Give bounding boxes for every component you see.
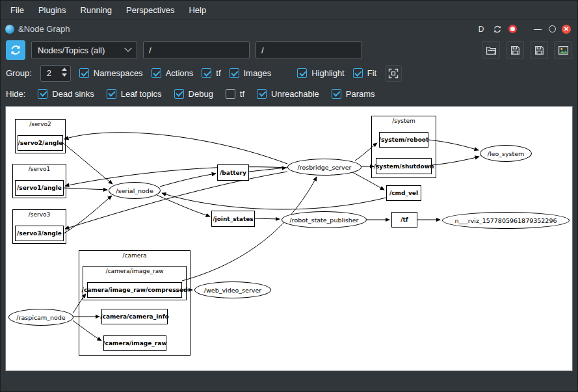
edge-/battery-to-/rosbridge_server <box>249 168 286 172</box>
checked-icon[interactable] <box>230 68 239 78</box>
checkbox-label: Highlight <box>311 68 345 78</box>
checkbox-label: Dead sinks <box>52 89 94 99</box>
checkbox-label: tf <box>216 68 220 78</box>
unchecked-icon[interactable] <box>226 89 235 99</box>
graph-type-value: Nodes/Topics (all) <box>38 46 105 55</box>
checkbox-label: Fit <box>367 68 376 78</box>
rosnode-/web_video_server[interactable]: /web_video_server <box>194 281 271 298</box>
edge-/joint_states-to-/robot_state_publisher <box>255 218 280 219</box>
filter-input-2[interactable] <box>256 41 362 59</box>
checkbox-fit[interactable]: Fit <box>353 68 376 78</box>
close-button[interactable]: ✕ <box>562 25 571 34</box>
topic-/cmd_vel[interactable]: /cmd_vel <box>386 185 421 201</box>
edge-/rosbridge_server-to-/cmd_vel <box>352 172 384 190</box>
checkbox-dead-sinks[interactable]: Dead sinks <box>38 89 94 99</box>
checkbox-actions[interactable]: Actions <box>151 68 194 78</box>
edge-/rosbridge_server-to-/servo2/angle <box>64 133 287 164</box>
checkbox-label: tf <box>240 89 244 99</box>
save-as-icon <box>534 45 545 56</box>
fit-in-view-button[interactable] <box>385 65 402 82</box>
checked-icon[interactable] <box>257 89 267 99</box>
checked-icon[interactable] <box>38 89 47 99</box>
checkbox-unreachable[interactable]: Unreachable <box>257 89 319 99</box>
edge-/serial_node-to-/joint_states <box>157 195 210 216</box>
checkbox-label: Namespaces <box>94 68 143 78</box>
rosnode-/leo_system[interactable]: /leo_system <box>480 145 532 162</box>
fit-in-view-icon <box>388 68 399 79</box>
group-spinner[interactable]: 2 <box>40 65 71 82</box>
checkbox-tf[interactable]: tf <box>202 68 220 78</box>
checked-icon[interactable] <box>353 68 363 78</box>
checkbox-highlight[interactable]: Highlight <box>297 68 345 78</box>
status-bar <box>1 371 577 385</box>
checked-icon[interactable] <box>174 89 184 99</box>
topic-/system/reboot[interactable]: /system/reboot <box>379 132 428 148</box>
menu-file[interactable]: File <box>3 2 31 18</box>
save-icon <box>510 45 521 56</box>
rosnode-/rosbridge_server[interactable]: /rosbridge_server <box>287 159 361 176</box>
save-dot-button[interactable] <box>506 41 524 59</box>
group-label: Group: <box>6 68 32 78</box>
checkbox-label: Unreachable <box>271 89 319 99</box>
edge-layer <box>6 107 572 371</box>
menu-help[interactable]: Help <box>181 2 213 18</box>
dock-buttons: D — ✕ <box>476 24 571 34</box>
spinner-arrows-icon[interactable] <box>62 68 67 77</box>
topic-/battery[interactable]: /battery <box>217 164 249 181</box>
restore-button[interactable] <box>549 25 556 33</box>
checkbox-namespaces[interactable]: Namespaces <box>79 68 143 78</box>
rosnode-/serial_node[interactable]: /serial_node <box>109 182 161 199</box>
topic-/tf[interactable]: /tf <box>391 212 417 228</box>
topic-/servo1/angle[interactable]: /servo1/angle <box>15 180 64 196</box>
save-image-button[interactable] <box>554 41 572 59</box>
topic-/camera/image_raw/compressed[interactable]: /camera/image_raw/compressed <box>87 282 182 298</box>
folder-open-icon <box>486 45 497 56</box>
graph-canvas[interactable]: /servo2/servo1/servo3/system/camera/came… <box>5 106 573 371</box>
menu-perspectives[interactable]: Perspectives <box>119 2 181 18</box>
graph-type-select[interactable]: Nodes/Topics (all) <box>31 41 137 59</box>
checkbox-debug[interactable]: Debug <box>174 89 213 99</box>
rosnode-n___rviz_1577805961879352296[interactable]: n___rviz_1577805961879352296 <box>442 212 570 229</box>
edge-/system/shutdown-to-/leo_system <box>432 157 479 165</box>
edge-/camera/image_raw/compressed-to-/rosbridge_server <box>182 177 317 281</box>
checkbox-label: Actions <box>166 68 194 78</box>
topic-/camera/camera_info[interactable]: /camera/camera_info <box>101 309 168 324</box>
checked-icon[interactable] <box>107 89 116 99</box>
detach-button[interactable]: D <box>476 24 486 34</box>
load-dot-button[interactable] <box>482 41 500 59</box>
dock-titlebar: &Node Graph D — ✕ <box>1 20 577 38</box>
edge-/rosbridge_server-to-/system/reboot <box>355 143 377 161</box>
reload-plugin-icon[interactable] <box>492 24 503 34</box>
checkbox-tf[interactable]: tf <box>226 89 244 99</box>
edge-/servo2/angle-to-/serial_node <box>63 143 112 184</box>
topic-/servo3/angle[interactable]: /servo3/angle <box>15 226 64 241</box>
topic-/joint_states[interactable]: /joint_states <box>211 211 255 227</box>
checkbox-params[interactable]: Params <box>332 89 375 99</box>
checked-icon[interactable] <box>297 68 307 78</box>
topic-/servo2/angle[interactable]: /servo2/angle <box>18 135 63 151</box>
checked-icon[interactable] <box>151 68 161 78</box>
menu-plugins[interactable]: Plugins <box>31 2 73 18</box>
dock-title: &Node Graph <box>18 24 70 34</box>
edge-/rosbridge_server-to-/servo1/angle <box>65 167 287 186</box>
minimize-button[interactable]: — <box>532 24 543 34</box>
edge-/system/reboot-to-/leo_system <box>428 140 479 150</box>
checked-icon[interactable] <box>332 89 341 99</box>
edge-/raspicam_node-to-/camera/image_raw <box>73 320 101 341</box>
checkbox-label: Debug <box>189 89 213 99</box>
help-icon[interactable] <box>508 25 517 33</box>
rosnode-/robot_state_publisher[interactable]: /robot_state_publisher <box>282 211 367 228</box>
refresh-graph-button[interactable] <box>6 40 25 60</box>
filter-input-1[interactable] <box>143 41 250 59</box>
checkbox-images[interactable]: Images <box>230 68 272 78</box>
topic-/camera/image_raw[interactable]: /camera/image_raw <box>103 335 166 351</box>
checkbox-leaf-topics[interactable]: Leaf topics <box>107 89 162 99</box>
checked-icon[interactable] <box>202 68 211 78</box>
rosnode-/raspicam_node[interactable]: /raspicam_node <box>8 309 73 326</box>
checked-icon[interactable] <box>79 68 89 78</box>
menu-running[interactable]: Running <box>73 2 119 18</box>
edge-/servo1/angle-to-/serial_node <box>64 188 107 190</box>
node-graph-icon <box>5 25 14 34</box>
save-svg-button[interactable] <box>530 41 548 59</box>
topic-/system/shutdown[interactable]: /system/shutdown <box>376 158 432 174</box>
